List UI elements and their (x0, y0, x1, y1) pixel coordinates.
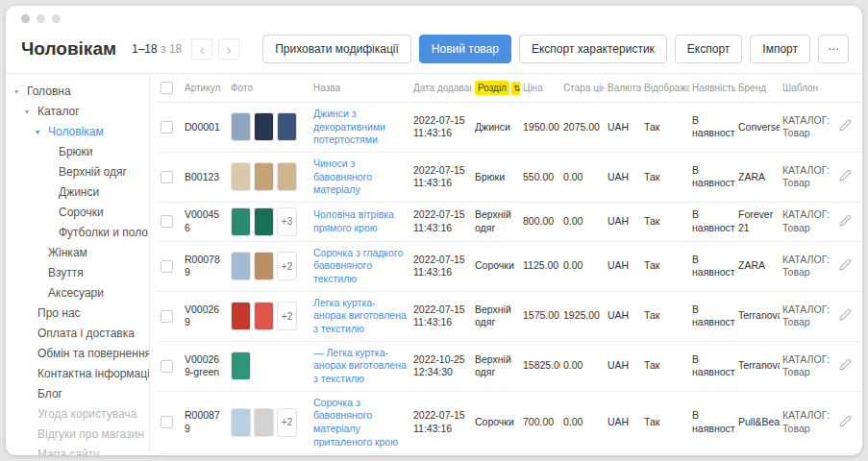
product-price: 550.00 (520, 152, 560, 202)
date-added: 2022-07-15 (413, 208, 469, 222)
select-all-checkbox[interactable] (161, 82, 173, 94)
product-name-link[interactable]: Чоловіча вітрівка прямого крою (313, 208, 408, 234)
product-price: 700.00 (520, 391, 560, 454)
prev-page-button[interactable]: ‹ (191, 38, 212, 60)
product-name-link[interactable]: Легка куртка-анорак виготовлена з тексти… (313, 297, 408, 336)
product-brand: Forever 21 (735, 202, 780, 241)
edit-icon[interactable] (839, 119, 852, 135)
import-button[interactable]: Імпорт (750, 35, 810, 63)
row-checkbox[interactable] (161, 260, 173, 273)
delete-icon[interactable] (861, 258, 862, 275)
row-checkbox[interactable] (161, 121, 173, 133)
product-display-flag: Так (641, 152, 689, 202)
sidebar-item-label: Блог (37, 387, 62, 401)
product-photo (277, 112, 297, 141)
row-checkbox[interactable] (161, 171, 173, 183)
sidebar-item-label: Аксесуари (48, 286, 104, 301)
product-display-flag: Так (641, 391, 689, 454)
sidebar-item[interactable]: Аксесуари (6, 283, 149, 303)
window-titlebar (6, 6, 862, 31)
row-checkbox[interactable] (161, 360, 173, 373)
col-header-availability: Наявність (689, 74, 735, 103)
time-added: 11:43:16 (413, 222, 469, 235)
row-checkbox[interactable] (161, 215, 173, 228)
delete-icon[interactable] (861, 358, 862, 375)
product-name-link[interactable]: Сорочка з гладкого бавовняного текстилю (313, 247, 408, 286)
time-added: 12:34:30 (413, 366, 469, 379)
sidebar-item-label: Чоловікам (48, 125, 104, 139)
sidebar-item[interactable]: Оплата і доставка (6, 324, 149, 344)
product-name-link[interactable]: Джинси з декоративними потертостями (313, 108, 408, 147)
pagination-total: з 18 (161, 42, 182, 56)
product-section: Джинси (472, 103, 520, 153)
col-header-date: Дата додавання (410, 74, 472, 103)
sidebar-item[interactable]: ▾ Каталог (6, 102, 149, 122)
next-page-button[interactable]: › (218, 38, 239, 60)
product-sku: V000269 (185, 303, 225, 329)
sidebar-item[interactable]: Сорочки (6, 203, 149, 223)
photo-cell: +2 (231, 302, 308, 330)
sidebar-item[interactable]: Обмін та повернення (6, 344, 149, 364)
export-characteristics-button[interactable]: Експорт характеристик (519, 35, 667, 63)
sidebar-item-label: Угода користувача (37, 407, 136, 422)
page-header: Чоловікам 1–18 з 18 ‹ › Приховати модифі… (6, 31, 862, 73)
edit-icon[interactable] (839, 169, 852, 185)
sidebar-item[interactable]: ▾ Головна (6, 82, 149, 102)
sidebar-item[interactable]: Футболки и поло (6, 223, 149, 243)
delete-icon[interactable] (861, 214, 862, 230)
sidebar-item[interactable]: ▾ Чоловікам (6, 122, 149, 142)
delete-icon[interactable] (861, 119, 862, 135)
sidebar-item-label: Жінкам (48, 246, 87, 260)
date-added: 2022-07-15 (413, 409, 469, 423)
sidebar-item[interactable]: Взуття (6, 263, 149, 283)
edit-icon[interactable] (839, 415, 852, 431)
row-checkbox[interactable] (161, 416, 173, 428)
photo-cell: +2 (231, 252, 308, 280)
col-header-currency: Валюта (605, 74, 641, 103)
product-photo (231, 112, 251, 141)
export-button[interactable]: Експорт (675, 35, 742, 63)
product-section: Брюки (472, 152, 520, 202)
more-actions-button[interactable]: ⋯ (818, 35, 849, 63)
col-header-section-label[interactable]: Розділ (475, 81, 509, 95)
page-title: Чоловікам (21, 38, 116, 60)
product-template: КАТАЛОГ: Товар (780, 341, 830, 391)
edit-icon[interactable] (839, 258, 852, 275)
product-template: КАТАЛОГ: Товар (780, 454, 830, 455)
col-header-old-price: Стара ціна (560, 74, 605, 103)
edit-icon[interactable] (839, 214, 852, 230)
sidebar-item[interactable]: Про нас (6, 303, 149, 324)
delete-icon[interactable] (861, 308, 862, 325)
product-section: Верхній одяг (472, 202, 520, 241)
table-row: D00001 Джинси з декоративними потертостя… (158, 103, 862, 153)
sidebar-item[interactable]: Жінкам (6, 243, 149, 263)
edit-icon[interactable] (839, 308, 852, 325)
sidebar-item[interactable]: Контактна інформація (6, 364, 149, 384)
sidebar-item[interactable]: Угода користувача (6, 404, 149, 425)
sidebar-item[interactable]: Джинси (6, 182, 149, 203)
product-name-link[interactable]: Сорочка з бавовняного матеріалу притален… (313, 397, 408, 449)
sort-icon[interactable]: ⇅ (511, 82, 520, 95)
window-dot (21, 14, 30, 23)
product-price: 1575.00 (520, 291, 560, 341)
product-name-link[interactable]: — Легка куртка-анорак виготовлена з текс… (313, 347, 408, 386)
hide-modifications-button[interactable]: Приховати модифікації (262, 35, 411, 63)
product-old-price: 750.00 (560, 454, 605, 455)
product-name-link[interactable]: Чиноси з бавовняного матеріалу (313, 158, 408, 197)
new-product-button[interactable]: Новий товар (419, 35, 511, 63)
delete-icon[interactable] (861, 169, 862, 185)
edit-icon[interactable] (839, 358, 852, 375)
product-availability: В наявності (689, 341, 735, 391)
product-currency: UAH (605, 103, 641, 153)
pagination: 1–18 з 18 (132, 42, 182, 56)
row-checkbox[interactable] (161, 310, 173, 323)
col-header-template: Шаблон (780, 74, 830, 103)
delete-icon[interactable] (861, 415, 862, 431)
sidebar-item[interactable]: Відгуки про магазин (6, 425, 149, 445)
product-availability: В наявності (689, 202, 735, 241)
product-availability: В наявності (689, 291, 735, 341)
sidebar-item[interactable]: Брюки (6, 142, 149, 162)
sidebar-item[interactable]: Верхній одяг (6, 162, 149, 182)
sidebar-item[interactable]: Мапа сайту (6, 445, 149, 455)
sidebar-item[interactable]: Блог (6, 384, 149, 404)
